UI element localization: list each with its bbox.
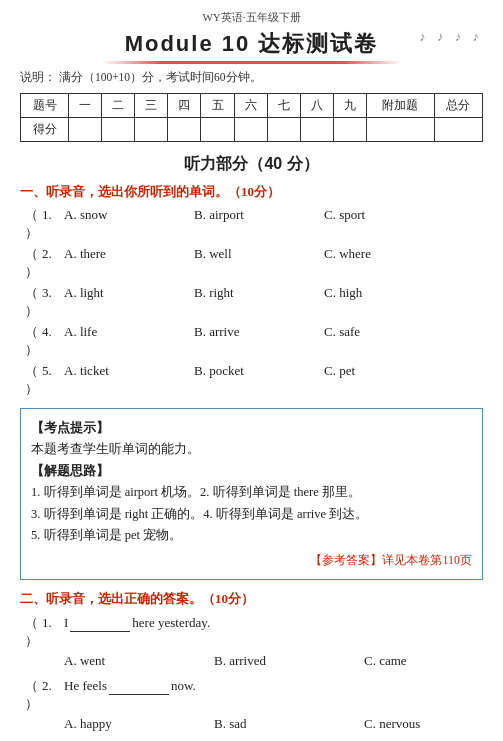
q2-num-2: 2.	[42, 678, 64, 694]
q2-num-1: 1.	[42, 615, 64, 631]
score-row-label: 得分	[21, 118, 69, 142]
q2-paren-2: （ ）	[20, 677, 42, 713]
q2-block-1: （ ） 1. I here yesterday. A. went B. arri…	[20, 614, 483, 669]
score-col-5: 五	[201, 94, 234, 118]
choice-3c: C. high	[324, 285, 483, 301]
scissors-decoration: ♪ ♪ ♪ ♪	[419, 29, 483, 45]
score-col-2: 二	[102, 94, 135, 118]
score-col-3: 三	[135, 94, 168, 118]
q2-row-2: （ ） 2. He feels now.	[20, 677, 483, 713]
hint-box: 【考点提示】 本题考查学生听单词的能力。 【解题思路】 1. 听得到单词是 ai…	[20, 408, 483, 580]
choices-4: A. life B. arrive C. safe	[64, 324, 483, 340]
questions-group-1: （ ） 1. A. snow B. airport C. sport （ ） 2…	[20, 206, 483, 398]
score-cell-7[interactable]	[267, 118, 300, 142]
q2-choices-1: A. went B. arrived C. came	[64, 653, 483, 669]
choices-1: A. snow B. airport C. sport	[64, 207, 483, 223]
hint-line-2: 3. 听得到单词是 right 正确的。4. 听得到单词是 arrive 到达。	[31, 504, 472, 525]
paren-5: （ ）	[20, 362, 42, 398]
score-cell-2[interactable]	[102, 118, 135, 142]
question-row-4: （ ） 4. A. life B. arrive C. safe	[20, 323, 483, 359]
choice-5a: A. ticket	[64, 363, 194, 379]
score-col-9: 九	[333, 94, 366, 118]
q2-paren-1: （ ）	[20, 614, 42, 650]
q2-choice-1c: C. came	[364, 653, 483, 669]
score-col-total: 总分	[434, 94, 482, 118]
choice-3a: A. light	[64, 285, 194, 301]
description-label: 说明：	[20, 71, 56, 83]
hint-title-2: 【解题思路】	[31, 460, 472, 482]
q2-choice-1b: B. arrived	[214, 653, 364, 669]
q2-block-2: （ ） 2. He feels now. A. happy B. sad C. …	[20, 677, 483, 732]
score-cell-4[interactable]	[168, 118, 201, 142]
q2-choice-2a: A. happy	[64, 716, 214, 732]
qnum-3: 3.	[42, 285, 64, 301]
score-cell-9[interactable]	[333, 118, 366, 142]
score-table: 题号 一 二 三 四 五 六 七 八 九 附加题 总分 得分	[20, 93, 483, 142]
score-col-8: 八	[300, 94, 333, 118]
choice-2a: A. there	[64, 246, 194, 262]
choice-4a: A. life	[64, 324, 194, 340]
q2-choice-2c: C. nervous	[364, 716, 483, 732]
hint-body-1: 本题考查学生听单词的能力。	[31, 439, 472, 460]
sub-section-1-label: 一、听录音，选出你所听到的单词。（10分）	[20, 183, 483, 201]
paren-1: （ ）	[20, 206, 42, 242]
choices-2: A. there B. well C. where	[64, 246, 483, 262]
q2-choice-2b: B. sad	[214, 716, 364, 732]
choice-5c: C. pet	[324, 363, 483, 379]
sub-section-2-label: 二、听录音，选出正确的答案。（10分）	[20, 590, 483, 608]
score-col-1: 一	[69, 94, 102, 118]
q2-blank-1	[70, 615, 130, 632]
score-cell-total[interactable]	[434, 118, 482, 142]
score-cell-8[interactable]	[300, 118, 333, 142]
choice-1b: B. airport	[194, 207, 324, 223]
hint-line-3: 5. 听得到单词是 pet 宠物。	[31, 525, 472, 546]
score-col-6: 六	[234, 94, 267, 118]
q2-row-1: （ ） 1. I here yesterday.	[20, 614, 483, 650]
score-cell-extra[interactable]	[367, 118, 435, 142]
choice-1a: A. snow	[64, 207, 194, 223]
score-cell-1[interactable]	[69, 118, 102, 142]
question-row-2: （ ） 2. A. there B. well C. where	[20, 245, 483, 281]
score-table-data-row: 得分	[21, 118, 483, 142]
qnum-2: 2.	[42, 246, 64, 262]
question-row-3: （ ） 3. A. light B. right C. high	[20, 284, 483, 320]
q2-stem-1: I	[64, 615, 68, 631]
qnum-5: 5.	[42, 363, 64, 379]
choice-4c: C. safe	[324, 324, 483, 340]
page: WY英语·五年级下册 Module 10 达标测试卷 ♪ ♪ ♪ ♪ 说明： 满…	[0, 0, 503, 741]
listening-section-title: 听力部分（40 分）	[20, 154, 483, 175]
hint-line-1: 1. 听得到单词是 airport 机场。2. 听得到单词是 there 那里。	[31, 482, 472, 503]
q2-stem2-1: here yesterday.	[132, 615, 210, 631]
qnum-4: 4.	[42, 324, 64, 340]
top-label: WY英语·五年级下册	[20, 10, 483, 25]
q2-stem-2: He feels	[64, 678, 107, 694]
choice-2c: C. where	[324, 246, 483, 262]
score-col-4: 四	[168, 94, 201, 118]
paren-4: （ ）	[20, 323, 42, 359]
choice-1c: C. sport	[324, 207, 483, 223]
paren-3: （ ）	[20, 284, 42, 320]
question-row-1: （ ） 1. A. snow B. airport C. sport	[20, 206, 483, 242]
q2-choice-1a: A. went	[64, 653, 214, 669]
score-col-extra: 附加题	[367, 94, 435, 118]
choices-5: A. ticket B. pocket C. pet	[64, 363, 483, 379]
question-row-5: （ ） 5. A. ticket B. pocket C. pet	[20, 362, 483, 398]
description-text: 满分（100+10）分，考试时间60分钟。	[59, 71, 262, 83]
q2-choices-2: A. happy B. sad C. nervous	[64, 716, 483, 732]
q2-stem2-2: now.	[171, 678, 196, 694]
hint-ref: 【参考答案】详见本卷第110页	[31, 550, 472, 570]
score-cell-5[interactable]	[201, 118, 234, 142]
title-section: Module 10 达标测试卷 ♪ ♪ ♪ ♪	[20, 29, 483, 64]
score-cell-6[interactable]	[234, 118, 267, 142]
hint-title-1: 【考点提示】	[31, 417, 472, 439]
choices-3: A. light B. right C. high	[64, 285, 483, 301]
score-table-header-row: 题号 一 二 三 四 五 六 七 八 九 附加题 总分	[21, 94, 483, 118]
page-title: Module 10 达标测试卷	[125, 31, 379, 56]
choice-3b: B. right	[194, 285, 324, 301]
score-col-题号: 题号	[21, 94, 69, 118]
title-underline	[102, 61, 402, 64]
paren-2: （ ）	[20, 245, 42, 281]
score-cell-3[interactable]	[135, 118, 168, 142]
description: 说明： 满分（100+10）分，考试时间60分钟。	[20, 70, 483, 85]
choice-2b: B. well	[194, 246, 324, 262]
